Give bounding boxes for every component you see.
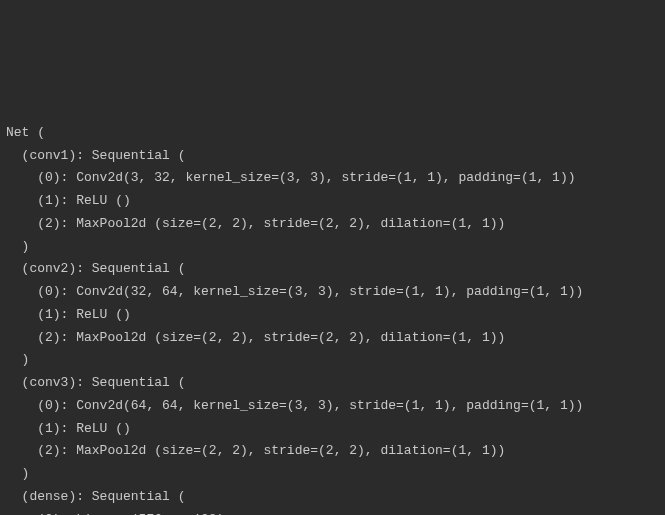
code-line: (2): MaxPool2d (size=(2, 2), stride=(2, … xyxy=(6,216,505,231)
code-line: (dense): Sequential ( xyxy=(6,489,185,504)
code-line: (0): Linear (576 -> 128) xyxy=(6,512,224,516)
code-line: (0): Conv2d(32, 64, kernel_size=(3, 3), … xyxy=(6,284,583,299)
code-line: (0): Conv2d(3, 32, kernel_size=(3, 3), s… xyxy=(6,170,576,185)
code-line: ) xyxy=(6,239,29,254)
code-line: ) xyxy=(6,466,29,481)
code-line: (2): MaxPool2d (size=(2, 2), stride=(2, … xyxy=(6,443,505,458)
code-line: (0): Conv2d(64, 64, kernel_size=(3, 3), … xyxy=(6,398,583,413)
code-line: (1): ReLU () xyxy=(6,421,131,436)
code-line: (conv2): Sequential ( xyxy=(6,261,185,276)
code-line: (1): ReLU () xyxy=(6,307,131,322)
code-line: (conv3): Sequential ( xyxy=(6,375,185,390)
model-summary-output: Net ( (conv1): Sequential ( (0): Conv2d(… xyxy=(6,99,659,515)
code-line: Net ( xyxy=(6,125,45,140)
code-line: (1): ReLU () xyxy=(6,193,131,208)
code-line: (2): MaxPool2d (size=(2, 2), stride=(2, … xyxy=(6,330,505,345)
code-line: (conv1): Sequential ( xyxy=(6,148,185,163)
code-line: ) xyxy=(6,352,29,367)
